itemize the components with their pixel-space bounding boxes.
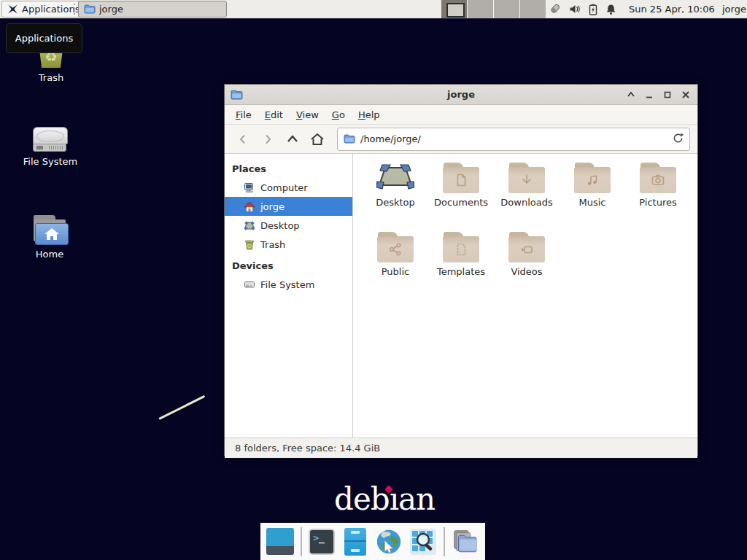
debian-logo: debıan <box>334 481 435 517</box>
desktop-icon-label: Trash <box>39 72 63 83</box>
dock-separator <box>301 527 302 556</box>
menubar: File Edit View Go Help <box>225 105 697 125</box>
maximize-button[interactable] <box>662 89 673 101</box>
workspace-2[interactable] <box>468 0 494 18</box>
folder-item-templates[interactable]: Templates <box>428 232 494 301</box>
battery-icon[interactable] <box>589 4 597 15</box>
file-manager-window: jorge File Edit View Go Help <box>224 84 698 456</box>
web-browser-icon[interactable] <box>375 528 403 556</box>
desktop: Applications jorge <box>0 0 747 560</box>
xfce-logo-icon <box>7 4 18 15</box>
sidebar-item-computer[interactable]: Computer <box>225 178 352 197</box>
folder-item-public[interactable]: Public <box>363 232 428 301</box>
workspace-1[interactable] <box>441 0 468 18</box>
system-tray <box>549 0 616 18</box>
directory-menu-icon[interactable] <box>452 528 479 556</box>
dock-separator <box>444 527 445 556</box>
folder-item-pictures[interactable]: Pictures <box>625 163 691 232</box>
music-folder-icon <box>574 163 611 193</box>
workspace-switcher <box>441 0 546 18</box>
applications-menu-label: Applications <box>22 4 80 15</box>
workspace-4[interactable] <box>520 0 546 18</box>
location-bar[interactable]: /home/jorge/ <box>337 128 690 151</box>
menu-file[interactable]: File <box>229 107 258 122</box>
taskbar-window-label: jorge <box>99 4 123 15</box>
statusbar: 8 folders, Free space: 14.4 GiB <box>225 438 697 458</box>
top-panel: Applications jorge <box>0 0 747 19</box>
downloads-folder-icon <box>508 163 545 193</box>
workspace-window-thumb <box>446 3 465 18</box>
folder-icon <box>84 4 96 14</box>
forward-button[interactable] <box>257 129 279 149</box>
videos-folder-icon <box>508 232 545 262</box>
desktop-special-icon <box>376 163 414 193</box>
home-button[interactable] <box>306 129 328 149</box>
hard-drive-icon <box>33 127 68 152</box>
places-header: Places <box>225 160 352 178</box>
notifications-bell-icon[interactable] <box>605 4 616 15</box>
sidebar-item-trash[interactable]: Trash <box>225 235 352 254</box>
desktop-icon <box>244 220 255 231</box>
volume-icon[interactable] <box>569 4 581 15</box>
side-pane: Places Computer jorge Desktop Trash <box>225 154 353 438</box>
taskbar-window-button[interactable]: jorge <box>78 1 227 18</box>
folder-item-documents[interactable]: Documents <box>428 163 494 232</box>
sidebar-item-desktop[interactable]: Desktop <box>225 216 352 235</box>
back-button[interactable] <box>232 129 254 149</box>
folder-item-downloads[interactable]: Downloads <box>494 163 560 232</box>
dock: >_ <box>260 523 485 560</box>
shade-button[interactable] <box>625 89 637 101</box>
desktop-icon-home[interactable]: Home <box>13 215 86 260</box>
drive-icon <box>244 279 255 289</box>
panel-clock[interactable]: Sun 25 Apr, 10:06 <box>629 0 715 18</box>
window-titlebar[interactable]: jorge <box>225 85 697 105</box>
devices-header: Devices <box>225 257 352 275</box>
file-grid: Desktop Documents Downloads <box>353 154 697 438</box>
panel-username[interactable]: jorge <box>722 0 746 18</box>
panel-handle[interactable] <box>74 4 77 15</box>
file-manager-icon[interactable] <box>342 528 369 556</box>
folder-item-desktop[interactable]: Desktop <box>363 163 428 232</box>
show-desktop-icon[interactable] <box>266 528 294 556</box>
path-text: /home/jorge/ <box>360 133 421 144</box>
home-icon <box>244 201 255 212</box>
trash-icon <box>244 239 255 250</box>
window-folder-icon <box>231 90 243 100</box>
sidebar-item-file-system[interactable]: File System <box>225 275 352 294</box>
applications-tooltip: Applications <box>6 23 82 53</box>
wallpaper-scratch-line <box>158 395 205 420</box>
folder-item-videos[interactable]: Videos <box>494 232 560 301</box>
documents-folder-icon <box>443 163 479 193</box>
up-button[interactable] <box>282 129 303 149</box>
close-button[interactable] <box>680 89 692 101</box>
toolbar: /home/jorge/ <box>225 125 697 154</box>
desktop-icon-file-system[interactable]: File System <box>14 127 87 167</box>
pictures-folder-icon <box>640 163 676 193</box>
menu-go[interactable]: Go <box>325 107 352 122</box>
minimize-button[interactable] <box>643 89 655 101</box>
menu-view[interactable]: View <box>290 107 325 122</box>
desktop-icon-label: Home <box>36 249 63 260</box>
home-folder-icon <box>32 215 67 244</box>
computer-icon <box>244 182 255 193</box>
sidebar-item-jorge[interactable]: jorge <box>225 197 352 216</box>
desktop-icon-label: File System <box>23 156 77 167</box>
folder-item-music[interactable]: Music <box>560 163 625 232</box>
workspace-3[interactable] <box>494 0 520 18</box>
public-folder-icon <box>377 232 414 262</box>
menu-edit[interactable]: Edit <box>258 107 290 122</box>
mouse-icon[interactable] <box>549 3 561 15</box>
reload-icon[interactable] <box>673 133 684 146</box>
app-finder-icon[interactable] <box>409 528 437 556</box>
terminal-icon[interactable]: >_ <box>309 528 336 556</box>
templates-folder-icon <box>443 232 479 262</box>
path-folder-icon <box>344 134 355 144</box>
menu-help[interactable]: Help <box>352 107 387 122</box>
